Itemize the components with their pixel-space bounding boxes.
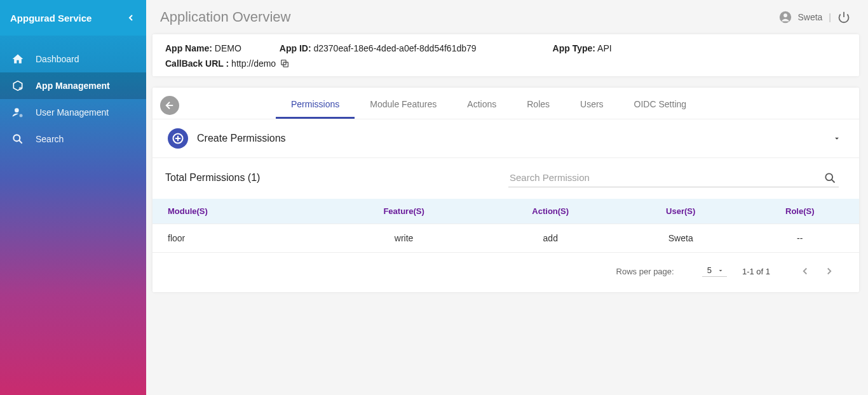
app-type-block: App Type: API <box>553 43 612 53</box>
app-name-block: App Name: DEMO <box>165 43 241 53</box>
chevron-left-icon <box>799 265 811 277</box>
tab-permissions[interactable]: Permissions <box>276 91 355 119</box>
svg-point-2 <box>20 114 23 117</box>
cell-module: floor <box>153 224 328 253</box>
main-content: Application Overview Sweta | App Name: D… <box>146 0 868 395</box>
cell-user: Sweta <box>621 224 741 253</box>
col-user: User(S) <box>621 199 741 224</box>
sidebar-item-label: User Management <box>36 107 109 117</box>
callback-block: CallBack URL : http://demo <box>165 58 846 69</box>
svg-point-1 <box>15 108 19 112</box>
topbar: Application Overview Sweta | <box>146 0 868 32</box>
cell-feature: write <box>328 224 480 253</box>
avatar-icon <box>778 10 792 24</box>
sidebar-item-app-management[interactable]: App Management <box>0 72 146 99</box>
pagination-range: 1-1 of 1 <box>742 267 770 276</box>
power-icon <box>837 11 850 23</box>
rows-per-page-select[interactable]: 5 <box>702 265 727 277</box>
sidebar-item-search[interactable]: Search <box>0 126 146 152</box>
sidebar-item-label: Search <box>36 134 64 144</box>
username[interactable]: Sweta <box>797 12 822 22</box>
create-permissions-button[interactable]: Create Permissions <box>168 128 286 149</box>
tab-actions[interactable]: Actions <box>452 91 512 119</box>
sidebar-item-dashboard[interactable]: Dashboard <box>0 46 146 72</box>
logout-button[interactable] <box>837 11 850 23</box>
app-id-block: App ID: d2370eaf-18e6-4ded-a0ef-8dd54f61… <box>280 43 477 53</box>
caret-down-icon <box>832 134 841 143</box>
search-icon <box>11 133 29 145</box>
copy-icon <box>280 58 290 69</box>
svg-point-14 <box>825 173 832 180</box>
sidebar-item-user-management[interactable]: User Management <box>0 99 146 126</box>
app-id-value: d2370eaf-18e6-4ded-a0ef-8dd54f61db79 <box>313 43 476 53</box>
sidebar-item-label: Dashboard <box>36 54 79 64</box>
user-area: Sweta | <box>778 10 850 24</box>
app-brand: Appgurad Service <box>10 13 92 23</box>
tab-oidc-setting[interactable]: OIDC Setting <box>619 91 702 119</box>
caret-down-icon <box>717 267 724 274</box>
sidebar: Appgurad Service Dashboard App Managemen… <box>0 0 146 395</box>
cell-role: -- <box>741 224 859 253</box>
rows-per-page-value: 5 <box>707 265 712 275</box>
user-gear-icon <box>11 106 29 119</box>
next-page-button[interactable] <box>817 263 841 279</box>
svg-point-6 <box>784 13 788 17</box>
app-type-value: API <box>597 43 612 53</box>
tab-users[interactable]: Users <box>565 91 619 119</box>
plus-circle-icon <box>168 128 188 149</box>
sidebar-collapse-button[interactable] <box>126 13 136 23</box>
arrow-left-icon <box>164 100 175 111</box>
search-button[interactable] <box>821 169 839 187</box>
create-permissions-row: Create Permissions <box>153 119 859 158</box>
header-divider: | <box>829 12 831 22</box>
expand-create-toggle[interactable] <box>832 134 841 143</box>
sidebar-header: Appgurad Service <box>0 0 146 36</box>
svg-point-3 <box>13 135 20 141</box>
table-row[interactable]: floor write add Sweta -- <box>153 224 859 253</box>
tab-roles[interactable]: Roles <box>512 91 565 119</box>
permissions-table: Module(S) Feature(S) Action(S) User(S) R… <box>153 199 859 252</box>
back-button[interactable] <box>160 96 179 115</box>
cell-action: add <box>480 224 621 253</box>
app-name-value: DEMO <box>215 43 241 53</box>
search-icon <box>824 171 836 184</box>
svg-point-0 <box>19 87 22 90</box>
page-title: Application Overview <box>160 9 290 25</box>
cube-gear-icon <box>11 79 29 92</box>
app-type-label: App Type: <box>553 43 595 53</box>
app-info-card: App Name: DEMO App ID: d2370eaf-18e6-4de… <box>153 34 859 76</box>
home-icon <box>11 53 29 65</box>
rows-per-page-label: Rows per page: <box>616 267 674 276</box>
search-wrap <box>508 168 839 187</box>
tabs: Permissions Module Features Actions Role… <box>276 91 702 119</box>
col-module: Module(S) <box>153 199 328 224</box>
copy-callback-button[interactable] <box>280 58 290 69</box>
callback-value: http://demo <box>231 58 276 69</box>
callback-label: CallBack URL : <box>165 58 229 69</box>
search-permission-input[interactable] <box>508 168 821 187</box>
total-permissions-label: Total Permissions (1) <box>165 172 260 184</box>
svg-line-15 <box>832 179 835 182</box>
col-feature: Feature(S) <box>328 199 480 224</box>
col-action: Action(S) <box>480 199 621 224</box>
tabs-row: Permissions Module Features Actions Role… <box>153 88 859 119</box>
total-search-row: Total Permissions (1) <box>153 158 859 192</box>
chevron-right-icon <box>824 265 835 277</box>
create-permissions-label: Create Permissions <box>197 133 286 144</box>
tab-module-features[interactable]: Module Features <box>355 91 452 119</box>
col-role: Role(S) <box>741 199 859 224</box>
tabs-card: Permissions Module Features Actions Role… <box>153 88 859 292</box>
app-name-label: App Name: <box>165 43 212 53</box>
pagination: Rows per page: 5 1-1 of 1 <box>153 252 859 292</box>
table-header-row: Module(S) Feature(S) Action(S) User(S) R… <box>153 199 859 224</box>
sidebar-item-label: App Management <box>36 81 110 91</box>
svg-line-4 <box>19 140 22 144</box>
app-id-label: App ID: <box>280 43 311 53</box>
prev-page-button[interactable] <box>793 263 817 279</box>
chevron-left-icon <box>126 13 136 23</box>
